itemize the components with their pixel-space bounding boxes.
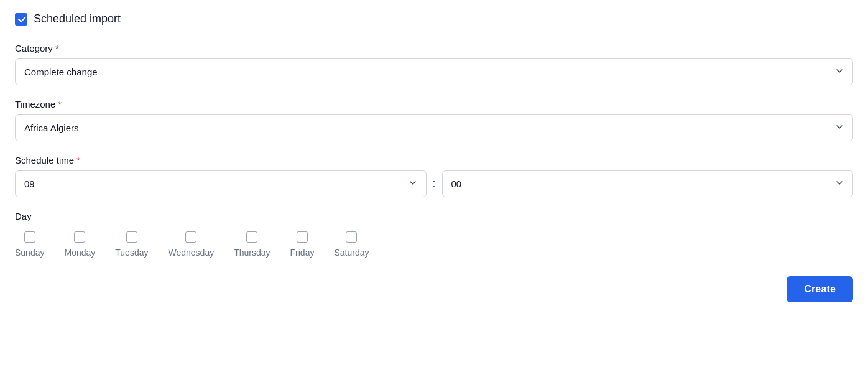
day-sunday[interactable]: Sunday bbox=[15, 231, 44, 258]
day-section: Day Sunday Monday Tuesday Wednesday Thur… bbox=[15, 211, 853, 258]
hour-select[interactable]: 00 01 02 03 04 05 06 07 08 09 10 11 12 1… bbox=[15, 170, 427, 197]
saturday-checkbox[interactable] bbox=[346, 231, 357, 243]
thursday-checkbox[interactable] bbox=[246, 231, 257, 243]
timezone-select-wrapper: Africa Algiers Europe London America New… bbox=[15, 114, 853, 141]
day-label: Day bbox=[15, 211, 853, 221]
create-button[interactable]: Create bbox=[787, 276, 853, 302]
timezone-required-star: * bbox=[58, 99, 62, 109]
tuesday-checkbox[interactable] bbox=[126, 231, 137, 243]
friday-label: Friday bbox=[290, 248, 315, 258]
category-select-wrapper: Complete change Partial change New impor… bbox=[15, 58, 853, 85]
timezone-select[interactable]: Africa Algiers Europe London America New… bbox=[15, 114, 853, 141]
days-row: Sunday Monday Tuesday Wednesday Thursday… bbox=[15, 231, 853, 258]
scheduled-import-label: Scheduled import bbox=[34, 12, 121, 26]
day-monday[interactable]: Monday bbox=[64, 231, 95, 258]
scheduled-import-row: Scheduled import bbox=[15, 12, 853, 26]
wednesday-label: Wednesday bbox=[168, 248, 214, 258]
sunday-checkbox[interactable] bbox=[24, 231, 35, 243]
friday-checkbox[interactable] bbox=[297, 231, 308, 243]
tuesday-label: Tuesday bbox=[115, 248, 148, 258]
category-section: Category * Complete change Partial chang… bbox=[15, 43, 853, 85]
schedule-time-required-star: * bbox=[76, 155, 80, 165]
thursday-label: Thursday bbox=[234, 248, 270, 258]
time-row: 00 01 02 03 04 05 06 07 08 09 10 11 12 1… bbox=[15, 170, 853, 197]
category-label: Category * bbox=[15, 43, 853, 53]
monday-checkbox[interactable] bbox=[74, 231, 85, 243]
day-tuesday[interactable]: Tuesday bbox=[115, 231, 148, 258]
timezone-section: Timezone * Africa Algiers Europe London … bbox=[15, 99, 853, 141]
schedule-time-section: Schedule time * 00 01 02 03 04 05 06 07 … bbox=[15, 155, 853, 197]
day-wednesday[interactable]: Wednesday bbox=[168, 231, 214, 258]
wednesday-checkbox[interactable] bbox=[185, 231, 196, 243]
minute-select-wrapper: 00 15 30 45 bbox=[442, 170, 854, 197]
timezone-label: Timezone * bbox=[15, 99, 853, 109]
day-thursday[interactable]: Thursday bbox=[234, 231, 270, 258]
day-friday[interactable]: Friday bbox=[290, 231, 315, 258]
time-separator: : bbox=[433, 177, 436, 190]
scheduled-import-checkbox[interactable] bbox=[15, 13, 27, 26]
footer-row: Create bbox=[15, 276, 853, 302]
day-saturday[interactable]: Saturday bbox=[334, 231, 369, 258]
minute-select[interactable]: 00 15 30 45 bbox=[442, 170, 854, 197]
category-required-star: * bbox=[55, 43, 59, 53]
category-select[interactable]: Complete change Partial change New impor… bbox=[15, 58, 853, 85]
schedule-time-label: Schedule time * bbox=[15, 155, 853, 165]
sunday-label: Sunday bbox=[15, 248, 44, 258]
monday-label: Monday bbox=[64, 248, 95, 258]
hour-select-wrapper: 00 01 02 03 04 05 06 07 08 09 10 11 12 1… bbox=[15, 170, 427, 197]
saturday-label: Saturday bbox=[334, 248, 369, 258]
